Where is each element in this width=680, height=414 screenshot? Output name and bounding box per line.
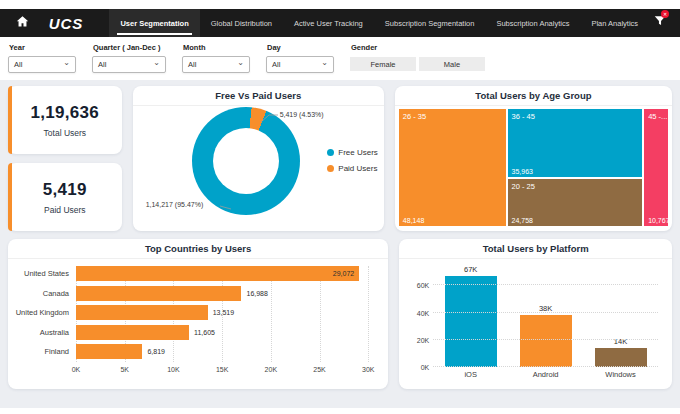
bar-category-label: Australia	[14, 328, 76, 337]
kpi-label: Paid Users	[44, 205, 86, 215]
bar-rows: United States29,072Canada16,988United Ki…	[14, 264, 368, 362]
filter-label: Month	[183, 43, 250, 52]
column-plot: 0K20K40K60K 67K38K14K	[433, 265, 658, 367]
chart-title: Total Users by Platform	[399, 239, 672, 259]
home-button[interactable]	[10, 14, 35, 32]
tab-global-distribution[interactable]: Global Distribution	[200, 9, 283, 37]
bar-track: 16,988	[76, 286, 368, 301]
bar-track: 6,819	[76, 344, 368, 359]
legend-dot	[327, 165, 334, 172]
column-slot: 14K	[595, 265, 647, 367]
home-icon	[16, 14, 29, 32]
treemap-cell[interactable]: 20 - 2524,758	[508, 179, 643, 226]
treemap-column: 45 -...10,767	[644, 109, 668, 226]
tab-user-segmentation[interactable]: User Segmentation	[109, 9, 199, 37]
column-bar[interactable]	[595, 348, 647, 367]
age-group-card: Total Users by Age Group 26 - 3548,14836…	[395, 86, 672, 231]
filter-label: Quarter ( Jan-Dec )	[93, 43, 166, 52]
bar-category-label: United Kingdom	[14, 308, 76, 317]
x-axis-tick: 30K	[362, 366, 374, 373]
filters-button[interactable]: ✕	[649, 14, 670, 32]
y-axis-tick: 60K	[405, 282, 429, 289]
treemap-cell[interactable]: 26 - 3548,148	[399, 109, 506, 226]
bar-category-label: Canada	[14, 289, 76, 298]
legend-label: Free Users	[338, 148, 378, 157]
bar-value-label: 16,988	[246, 290, 267, 297]
kpi-value: 5,419	[43, 180, 87, 200]
bar-track: 29,072	[76, 266, 368, 281]
nav-tabs: User Segmentation Global Distribution Ac…	[109, 9, 649, 37]
gridline	[433, 284, 658, 285]
column-bar[interactable]	[445, 276, 497, 367]
column-cats: iOSAndroidWindows	[433, 370, 658, 379]
filter-year: Year All ⌄	[8, 41, 76, 80]
treemap-cell[interactable]: 36 - 4535,963	[508, 109, 643, 177]
window-bottom-strip	[0, 408, 680, 414]
filter-badge: ✕	[661, 10, 669, 18]
legend-item-free-users[interactable]: Free Users	[327, 148, 378, 157]
treemap-cell-label: 20 - 25	[512, 182, 535, 191]
legend-dot	[327, 149, 334, 156]
treemap-cell-value: 35,963	[512, 168, 533, 175]
bar-row: United States29,072	[14, 264, 368, 284]
chevron-down-icon: ⌄	[237, 60, 244, 66]
kpi-value: 1,19,636	[31, 103, 100, 123]
chart-title: Free Vs Paid Users	[133, 86, 384, 106]
filter-row: Year All ⌄ Quarter ( Jan-Dec ) All ⌄ Mon…	[0, 37, 680, 80]
bar[interactable]	[76, 325, 189, 340]
treemap-cell-label: 45 -...	[648, 112, 667, 121]
bar[interactable]	[76, 344, 142, 359]
donut-chart: 5,419 (4.53%) 1,14,217 (95.47%) Free Use…	[133, 106, 384, 229]
dropdown-value: All	[272, 60, 280, 69]
platform-card: Total Users by Platform 0K20K40K60K 67K3…	[399, 239, 672, 389]
kpi-paid-users: 5,419 Paid Users	[8, 163, 122, 231]
bar-track: 13,519	[76, 305, 368, 320]
bar-row: Finland6,819	[14, 342, 368, 362]
treemap-cell-value: 10,767	[648, 217, 669, 224]
chevron-down-icon: ⌄	[153, 60, 160, 66]
tab-subscription-analytics[interactable]: Subscription Analytics	[485, 9, 580, 37]
tab-plan-analytics[interactable]: Plan Analytics	[580, 9, 649, 37]
bar-value-label: 29,072	[333, 270, 354, 277]
x-axis-tick: 20K	[265, 366, 277, 373]
column-bar[interactable]	[520, 315, 572, 367]
column-slot: 67K	[445, 265, 497, 367]
filter-day: Day All ⌄	[266, 41, 334, 80]
bar[interactable]	[76, 305, 208, 320]
bar[interactable]: 29,072	[76, 266, 359, 281]
gridline	[433, 312, 658, 313]
x-axis-tick: 5K	[120, 366, 129, 373]
chart-title: Top Countries by Users	[8, 239, 388, 259]
bar-value-label: 11,605	[194, 329, 215, 336]
dashboard: UCS User Segmentation Global Distributio…	[0, 0, 680, 414]
gridline	[368, 266, 369, 362]
top-countries-card: Top Countries by Users United States29,0…	[8, 239, 388, 389]
free-vs-paid-card: Free Vs Paid Users 5,419 (4.53%) 1,14,21…	[133, 86, 384, 231]
year-dropdown[interactable]: All ⌄	[8, 56, 76, 73]
legend-item-paid-users[interactable]: Paid Users	[327, 164, 378, 173]
gender-female-button[interactable]: Female	[350, 57, 416, 71]
column-value-label: 67K	[464, 265, 477, 274]
donut-label-paid: 5,419 (4.53%)	[280, 111, 324, 118]
gender-male-button[interactable]: Male	[419, 57, 485, 71]
quarter-dropdown[interactable]: All ⌄	[92, 56, 166, 73]
month-dropdown[interactable]: All ⌄	[182, 56, 250, 73]
legend-label: Paid Users	[338, 164, 377, 173]
bar-value-label: 6,819	[147, 348, 165, 355]
tab-subscription-segmentation[interactable]: Subscription Segmentation	[374, 9, 486, 37]
bar-category-label: Finland	[14, 347, 76, 356]
treemap-cell[interactable]: 45 -...10,767	[644, 109, 668, 226]
y-axis-tick: 20K	[405, 336, 429, 343]
dashboard-content: 1,19,636 Total Users 5,419 Paid Users Fr…	[0, 80, 680, 389]
tab-active-user-tracking[interactable]: Active User Tracking	[283, 9, 374, 37]
column-category-label: Android	[520, 370, 572, 379]
dropdown-value: All	[14, 60, 22, 69]
gridline	[433, 366, 658, 367]
dropdown-value: All	[188, 60, 196, 69]
kpi-label: Total Users	[44, 128, 87, 138]
bar-value-label: 13,519	[213, 309, 234, 316]
bar[interactable]	[76, 286, 241, 301]
treemap-cell-label: 26 - 35	[403, 112, 426, 121]
day-dropdown[interactable]: All ⌄	[266, 56, 334, 73]
column-slots: 67K38K14K	[433, 265, 658, 367]
